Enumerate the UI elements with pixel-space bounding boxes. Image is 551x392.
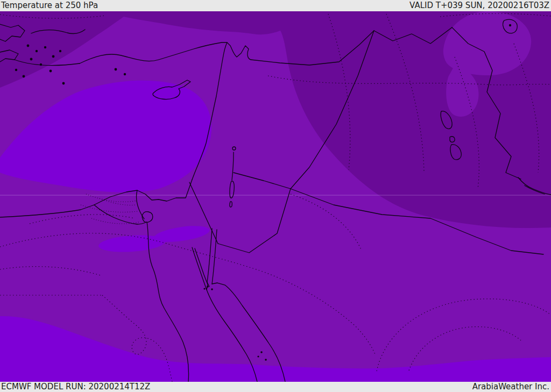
weather-map-canvas	[0, 11, 551, 382]
footer-bar: ECMWF MODEL RUN: 20200214T12Z ArabiaWeat…	[0, 382, 551, 392]
credit-label: ArabiaWeather Inc.	[472, 383, 549, 391]
valid-time-label: VALID T+039 SUN, 20200216T03Z	[409, 2, 549, 10]
header-bar: Temperature at 250 hPa VALID T+039 SUN, …	[0, 0, 551, 11]
weather-map	[0, 11, 551, 382]
map-title: Temperature at 250 hPa	[1, 2, 98, 10]
model-run-label: ECMWF MODEL RUN: 20200214T12Z	[1, 383, 150, 391]
